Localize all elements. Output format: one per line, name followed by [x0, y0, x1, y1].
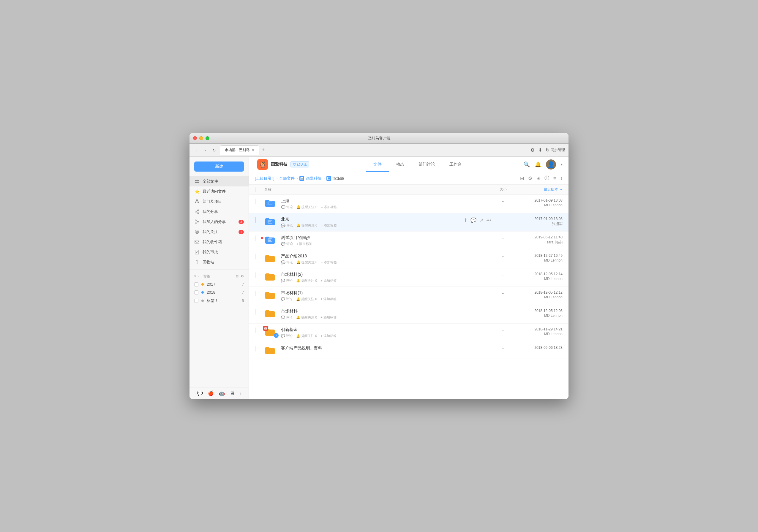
- file-row[interactable]: 上海 💬 评论 🔔 提醒关注 0 +: [249, 195, 568, 213]
- avatar[interactable]: 👤: [546, 159, 556, 170]
- minimize-button[interactable]: [199, 136, 203, 140]
- tag-settings-icon[interactable]: ⚙: [241, 274, 244, 278]
- computer-icon[interactable]: 🖥: [230, 391, 235, 396]
- row-checkbox-4[interactable]: [255, 272, 256, 278]
- tag-item-tag[interactable]: 标签！ 5: [190, 296, 249, 305]
- file-version-7: 2018-11-29 14:21 MD Lennon: [515, 327, 563, 336]
- tag-checkbox-2018[interactable]: [194, 290, 198, 294]
- breadcrumb-parent[interactable]: [上级目录↑]: [255, 176, 274, 181]
- meta-remind-4[interactable]: 🔔 提醒关注 0: [296, 279, 317, 283]
- breadcrumb-all-files[interactable]: 全部文件: [279, 176, 294, 181]
- sidebar-item-recent[interactable]: ⭐ 最近访问文件: [190, 186, 249, 197]
- new-tab-button[interactable]: +: [260, 147, 266, 153]
- nav-tab-files[interactable]: 文件: [366, 158, 389, 172]
- row-checkbox-5[interactable]: [255, 291, 256, 296]
- sync-label: 同步管理: [551, 148, 565, 152]
- breadcrumb-company[interactable]: 画擎科技: [306, 176, 321, 181]
- collapse-icon[interactable]: ‹: [240, 391, 241, 396]
- sidebar-item-trash[interactable]: 回收站: [190, 257, 249, 267]
- close-button[interactable]: [193, 136, 197, 140]
- tag-checkbox-2017[interactable]: [194, 282, 198, 286]
- row-checkbox-2[interactable]: [255, 235, 256, 241]
- row-checkbox-0[interactable]: [255, 199, 256, 204]
- apple-icon[interactable]: 🍎: [208, 390, 214, 396]
- sidebar-item-dept[interactable]: 部门及项目: [190, 197, 249, 207]
- file-info-1: 北京 💬 评论 🔔 提醒关注 0 +: [281, 217, 464, 228]
- tag-checkbox-tag[interactable]: [194, 299, 198, 303]
- sync-button[interactable]: ↻ 同步管理: [546, 147, 565, 153]
- info-icon[interactable]: ⓘ: [544, 175, 549, 182]
- maximize-button[interactable]: [206, 136, 209, 140]
- meta-comment-1[interactable]: 💬 评论: [281, 223, 293, 228]
- file-row-client[interactable]: 客户端产品说明...资料 -- 2018-05-06 18:23: [249, 342, 568, 359]
- avatar-dropdown[interactable]: ▾: [561, 162, 563, 167]
- nav-tab-discussion[interactable]: 部门讨论: [411, 158, 442, 172]
- sidebar-item-joined-share[interactable]: 我加入的分享 3: [190, 217, 249, 227]
- file-row-product[interactable]: 产品介绍2018 💬 评论 🔔 提醒关注 0 + 添加标签: [249, 250, 568, 268]
- meta-add-tag-3[interactable]: + 添加标签: [321, 260, 336, 265]
- list-view-icon[interactable]: ≡: [553, 176, 556, 181]
- sidebar-item-my-follow[interactable]: 我的关注 1: [190, 227, 249, 237]
- meta-remind-3[interactable]: 🔔 提醒关注 0: [296, 260, 317, 265]
- browser-tab[interactable]: 市场部 - 巴别鸟 ✕: [220, 146, 259, 155]
- nav-tab-activity[interactable]: 动态: [389, 158, 411, 172]
- header-version[interactable]: 最近版本 ▼: [515, 187, 563, 192]
- forward-button[interactable]: ›: [202, 147, 209, 153]
- breadcrumb-sep3: ›: [323, 176, 324, 181]
- row-checkbox-3[interactable]: [255, 254, 256, 259]
- tag-item-2018[interactable]: 2018 7: [190, 288, 249, 296]
- meta-add-tag-1[interactable]: + 添加标签: [321, 223, 336, 228]
- file-row-material1[interactable]: 市场材料(1) 💬 评论 🔔 提醒关注 0 + 添加标签 -- 2018-12-…: [249, 287, 568, 305]
- filter-icon[interactable]: ⊟: [520, 176, 524, 181]
- file-row-material[interactable]: 市场材料 💬 评论 🔔 提醒关注 0 + 添加标签 -- 2018-12-05 …: [249, 305, 568, 324]
- meta-add-tag-2[interactable]: + 添加标签: [296, 242, 312, 246]
- file-row-test[interactable]: 测试项目的同步 💬 评论 + 添加标签 --: [249, 232, 568, 250]
- select-all-checkbox[interactable]: [255, 187, 256, 192]
- sidebar-item-all-files[interactable]: 全部文件: [190, 176, 249, 186]
- tag-filter-icon[interactable]: ⊟: [236, 274, 238, 278]
- nav-tab-workspace[interactable]: 工作台: [442, 158, 469, 172]
- meta-comment-4[interactable]: 💬 评论: [281, 279, 293, 283]
- folder-icon-0: [264, 198, 276, 208]
- header-name: 名称: [264, 187, 491, 192]
- new-button[interactable]: 新建: [194, 161, 244, 172]
- sidebar-item-approval[interactable]: 我的审批: [190, 247, 249, 257]
- more-action-icon[interactable]: •••: [486, 217, 491, 223]
- row-checkbox-7[interactable]: [255, 327, 256, 333]
- upload-action-icon[interactable]: ⬆: [464, 217, 467, 223]
- row-checkbox-8[interactable]: [255, 346, 256, 351]
- meta-comment-0[interactable]: 💬 评论: [281, 205, 293, 209]
- row-checkbox-1[interactable]: [255, 217, 256, 223]
- tag-count-tag: 5: [242, 299, 244, 303]
- android-icon[interactable]: 🤖: [219, 390, 225, 396]
- settings-browser-button[interactable]: ⚙: [531, 147, 534, 153]
- file-name-5: 市场材料(1): [281, 290, 491, 296]
- row-checkbox-6[interactable]: [255, 309, 256, 315]
- refresh-button[interactable]: ↻: [211, 147, 218, 153]
- sidebar-item-inbox[interactable]: 我的收件箱: [190, 237, 249, 247]
- sidebar-item-my-share[interactable]: 我的分享: [190, 207, 249, 217]
- file-row-beijing[interactable]: 北京 💬 评论 🔔 提醒关注 0 +: [249, 213, 568, 232]
- tag-item-2017[interactable]: 2017 7: [190, 280, 249, 288]
- share-action-icon[interactable]: ↗: [479, 217, 483, 223]
- meta-remind-1[interactable]: 🔔 提醒关注 0: [296, 223, 317, 228]
- sort-icon[interactable]: ↕: [560, 176, 563, 181]
- file-row-innovation[interactable]: 控 ↗ 创新基金 💬 评论 🔔 提醒关注 0 + 添加标签 -- 2018-11: [249, 324, 568, 342]
- meta-add-tag-0[interactable]: + 添加标签: [321, 205, 336, 209]
- file-size-4: --: [491, 272, 515, 277]
- grid-view-icon[interactable]: ⊞: [536, 176, 540, 181]
- meta-remind-0[interactable]: 🔔 提醒关注 0: [296, 205, 317, 209]
- meta-comment-2[interactable]: 💬 评论: [281, 242, 293, 246]
- search-icon[interactable]: 🔍: [523, 161, 530, 168]
- back-button[interactable]: ‹: [193, 147, 200, 153]
- bell-icon[interactable]: 🔔: [534, 161, 541, 168]
- meta-add-tag-4[interactable]: + 添加标签: [321, 279, 336, 283]
- comment-action-icon[interactable]: 💬: [470, 217, 476, 223]
- tab-close-button[interactable]: ✕: [252, 149, 254, 152]
- file-row-material2[interactable]: 市场材料(2) 💬 评论 🔔 提醒关注 0 + 添加标签: [249, 268, 568, 287]
- meta-comment-3[interactable]: 💬 评论: [281, 260, 293, 265]
- version-user-5: MD Lennon: [515, 295, 563, 299]
- download-browser-button[interactable]: ⬇: [538, 147, 542, 153]
- settings-icon[interactable]: ⚙: [528, 176, 532, 181]
- chat-icon[interactable]: 💬: [197, 390, 203, 396]
